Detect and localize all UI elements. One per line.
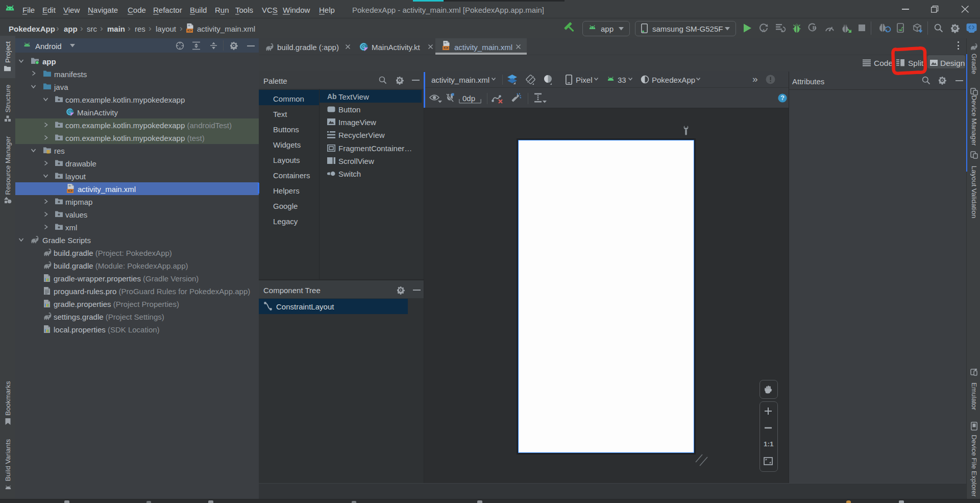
svg-text:<>: <> xyxy=(444,45,448,50)
svg-text:<>: <> xyxy=(68,188,72,193)
svg-text:?: ? xyxy=(780,94,785,102)
svg-text:<>: <> xyxy=(187,28,192,33)
svg-text:A: A xyxy=(762,28,766,33)
